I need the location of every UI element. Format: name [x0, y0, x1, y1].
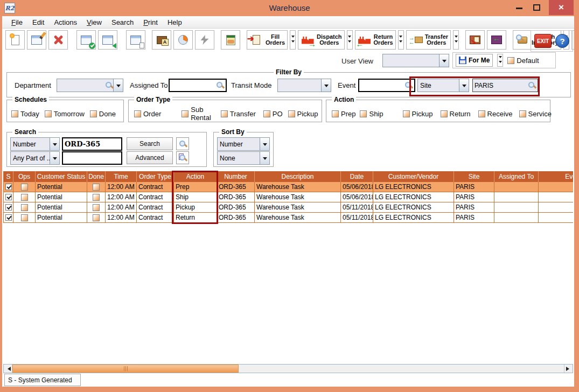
menu-actions[interactable]: Actions [49, 17, 82, 28]
menu-edit[interactable]: Edit [27, 17, 49, 28]
column-header[interactable]: Assigned To [494, 171, 539, 182]
scroll-right-icon[interactable] [564, 365, 573, 373]
chevron-down-icon[interactable] [50, 152, 59, 164]
menu-print[interactable]: Print [138, 17, 163, 28]
search-value-input[interactable]: ORD-365 [62, 137, 122, 151]
table-row[interactable]: Potential12:00 AMContractPickupORD-365Wa… [4, 202, 573, 213]
minimize-icon[interactable] [516, 8, 522, 9]
search-field-combo[interactable]: Number [10, 137, 60, 151]
search-magnifier-button[interactable] [176, 137, 189, 150]
chevron-down-icon[interactable] [113, 79, 123, 92]
return-checkbox[interactable] [441, 110, 448, 117]
column-header[interactable]: Ops [13, 171, 36, 182]
done-checkbox[interactable] [93, 184, 100, 191]
column-header[interactable]: Customer Status [36, 171, 87, 182]
transit-mode-combo[interactable] [277, 79, 331, 92]
help-button[interactable]: ? [555, 34, 569, 48]
chevron-down-icon[interactable] [260, 138, 269, 150]
fill-orders-button[interactable]: ➔ Fill Orders [247, 30, 288, 50]
prep-checkbox[interactable] [332, 110, 339, 117]
system-generated-checkbox[interactable] [5, 214, 12, 221]
search-icon[interactable] [528, 81, 536, 89]
column-header[interactable]: S [4, 171, 13, 182]
dispatch-orders-button[interactable]: → Dispatch Orders [298, 30, 344, 50]
sort-secondary-combo[interactable]: None [217, 151, 270, 165]
done-checkbox[interactable] [93, 214, 100, 221]
maximize-icon[interactable] [533, 4, 540, 11]
time-button[interactable] [173, 30, 193, 50]
po-checkbox[interactable] [263, 110, 270, 117]
title-bar[interactable]: R2 Warehouse × [0, 0, 579, 16]
ops-checkbox[interactable] [21, 194, 28, 201]
service-checkbox[interactable] [519, 110, 526, 117]
done-checkbox[interactable] [90, 110, 97, 117]
column-header[interactable]: Number [217, 171, 255, 182]
table-row[interactable]: Potential12:00 AMContractPrepORD-365Ware… [4, 182, 573, 192]
system-generated-checkbox[interactable] [5, 194, 12, 200]
transfer-checkbox[interactable] [221, 110, 228, 117]
undo-schedule-button[interactable] [98, 30, 117, 50]
column-header[interactable]: Description [255, 171, 341, 182]
column-header[interactable]: Event [539, 171, 573, 182]
user-view-combo[interactable] [382, 54, 449, 67]
column-header[interactable]: Done [87, 171, 106, 182]
menu-help[interactable]: Help [163, 17, 187, 28]
search-icon[interactable] [404, 81, 413, 89]
receive-checkbox[interactable] [478, 110, 485, 117]
chevron-down-icon[interactable] [50, 138, 59, 150]
ship-checkbox[interactable] [360, 110, 367, 117]
search-icon[interactable] [216, 81, 224, 89]
system-generated-checkbox[interactable] [5, 204, 12, 211]
sub-rental-checkbox[interactable] [182, 110, 189, 117]
menu-file[interactable]: File [6, 17, 27, 28]
order-checkbox[interactable] [134, 110, 141, 117]
department-combo[interactable] [57, 79, 123, 92]
return-orders-dropdown[interactable] [398, 30, 404, 50]
done-checkbox[interactable] [93, 194, 100, 201]
assigned-to-input[interactable] [169, 79, 227, 92]
done-checkbox[interactable] [93, 204, 100, 211]
column-header[interactable]: Time [106, 171, 137, 182]
menu-search[interactable]: Search [107, 17, 138, 28]
column-header[interactable]: Customer/Vendor [373, 171, 454, 182]
chevron-down-icon[interactable] [459, 79, 469, 92]
menu-view[interactable]: View [82, 17, 107, 28]
return-orders-button[interactable]: ← Return Orders [355, 30, 396, 50]
for-me-button[interactable]: For Me [456, 54, 493, 67]
exit-button[interactable]: EXIT [534, 34, 552, 48]
new-task-button[interactable] [5, 30, 25, 50]
site-combo[interactable]: Site [417, 79, 469, 92]
advanced-search-button[interactable] [176, 151, 189, 164]
event-input[interactable] [358, 79, 415, 92]
for-me-dropdown[interactable] [497, 54, 503, 67]
ops-checkbox[interactable] [21, 214, 28, 221]
close-icon[interactable]: × [549, 0, 574, 15]
search-value2-input[interactable] [62, 151, 122, 165]
search-button[interactable]: Search [127, 137, 173, 150]
default-checkbox[interactable] [507, 57, 514, 64]
edit-schedule-button[interactable] [27, 30, 46, 50]
ops-checkbox[interactable] [21, 204, 28, 211]
transfer-orders-button[interactable]: →← Transfer Orders [406, 30, 451, 50]
column-header[interactable]: Date [341, 171, 373, 182]
today-checkbox[interactable] [11, 110, 18, 117]
site-activity-button[interactable] [152, 30, 171, 50]
checkout-scan-button[interactable] [465, 30, 485, 50]
column-header[interactable]: Site [454, 171, 494, 182]
site-value-input[interactable]: PARIS [472, 79, 538, 92]
sort-primary-combo[interactable]: Number [217, 137, 270, 151]
scrollbar-thumb[interactable] [12, 365, 239, 373]
table-row[interactable]: Potential12:00 AMContractShipORD-365Ware… [4, 192, 573, 202]
horizontal-scrollbar[interactable] [3, 364, 573, 373]
chevron-down-icon[interactable] [321, 79, 331, 92]
ops-checkbox[interactable] [21, 184, 28, 191]
tomorrow-checkbox[interactable] [45, 110, 52, 117]
pickup-type-checkbox[interactable] [288, 110, 295, 117]
column-header[interactable]: Action [174, 171, 217, 182]
refresh-schedule-button[interactable] [126, 30, 145, 50]
chevron-down-icon[interactable] [439, 54, 449, 67]
advanced-button[interactable]: Advanced [127, 151, 173, 164]
pickup-action-checkbox[interactable] [403, 110, 410, 117]
system-generated-checkbox[interactable] [5, 184, 12, 190]
match-mode-combo[interactable]: Any Part of ... [10, 151, 60, 165]
